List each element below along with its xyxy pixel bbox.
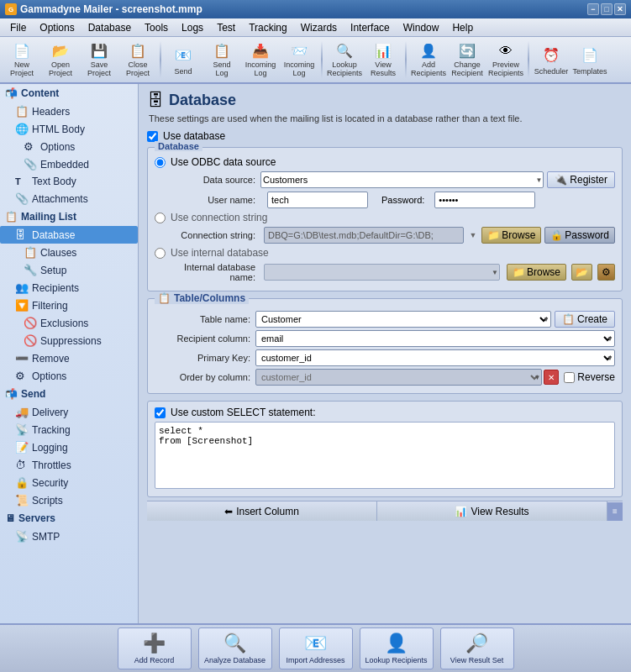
- recipient-col-select[interactable]: email: [255, 330, 615, 347]
- close-btn[interactable]: ✕: [614, 3, 626, 15]
- text-body-icon: T: [15, 176, 29, 186]
- sidebar-item-recipients[interactable]: 👥 Recipients: [0, 279, 138, 297]
- menu-test[interactable]: Test: [210, 18, 242, 36]
- database-label: Database: [32, 229, 75, 241]
- menu-options[interactable]: Options: [33, 18, 81, 36]
- view-results-content-btn[interactable]: 📊 View Results: [377, 501, 607, 521]
- remove-icon: ➖: [15, 352, 29, 365]
- sql-textarea[interactable]: select * from [Screenshot]: [155, 422, 615, 489]
- sidebar-item-scripts[interactable]: 📜 Scripts: [0, 491, 138, 509]
- register-btn[interactable]: 🔌 Register: [547, 171, 615, 188]
- username-input[interactable]: [267, 192, 368, 208]
- database-section-label: Database: [155, 141, 202, 151]
- sidebar-item-security[interactable]: 🔒 Security: [0, 474, 138, 491]
- templates-icon: 📄: [578, 44, 602, 67]
- content-section-label: Content: [21, 87, 59, 99]
- insert-column-btn[interactable]: ⬅ Insert Column: [147, 501, 377, 521]
- sidebar-item-smtp[interactable]: 📡 SMTP: [0, 528, 138, 545]
- sidebar-item-headers[interactable]: 📋 Headers: [0, 102, 138, 120]
- scheduler-btn[interactable]: ⏰ Scheduler: [533, 39, 570, 81]
- use-database-checkbox[interactable]: [147, 131, 158, 142]
- menu-window[interactable]: Window: [397, 18, 446, 36]
- username-password-row: User name: Password:: [168, 192, 615, 208]
- internal-folder-btn[interactable]: 📂: [571, 264, 592, 281]
- view-result-set-btn[interactable]: 🔎 View Result Set: [440, 627, 514, 669]
- sidebar-item-suppressions[interactable]: 🚫 Suppressions: [0, 332, 138, 349]
- sidebar-item-setup[interactable]: 🔧 Setup: [0, 261, 138, 279]
- open-project-btn[interactable]: 📂 OpenProject: [42, 39, 79, 81]
- expand-btn[interactable]: ≡: [607, 502, 623, 521]
- sidebar-item-clauses[interactable]: 📋 Clauses: [0, 244, 138, 261]
- sidebar-item-tracking[interactable]: 📡 Tracking: [0, 421, 138, 438]
- custom-select-label: Use custom SELECT statement:: [171, 407, 316, 418]
- save-project-btn[interactable]: 💾 SaveProject: [81, 39, 118, 81]
- data-source-select[interactable]: Customers: [260, 171, 544, 188]
- menu-bar: File Options Database Tools Logs Test Tr…: [0, 18, 631, 37]
- connection-string-input[interactable]: [264, 227, 464, 244]
- lookup-recipients-bottom-btn[interactable]: 👤 Lookup Recipients: [360, 627, 434, 669]
- create-btn[interactable]: 📋 Create: [555, 311, 615, 328]
- custom-select-checkbox[interactable]: [155, 407, 166, 418]
- new-project-btn[interactable]: 📄 NewProject: [3, 39, 40, 81]
- incoming-log2-btn[interactable]: 📨 IncomingLog: [281, 39, 318, 81]
- sidebar-item-logging[interactable]: 📝 Logging: [0, 438, 138, 456]
- add-recipients-btn[interactable]: 👤 AddRecipients: [410, 39, 447, 81]
- view-results-label: ViewResults: [371, 61, 396, 78]
- primary-key-select[interactable]: customer_id: [255, 349, 615, 366]
- sidebar-item-database[interactable]: 🗄 Database: [0, 226, 138, 244]
- connection-string-label: Connection string:: [168, 230, 260, 240]
- security-label: Security: [32, 477, 68, 489]
- order-by-select[interactable]: customer_id: [255, 369, 542, 386]
- scripts-icon: 📜: [15, 494, 29, 507]
- sidebar-item-html-body[interactable]: 🌐 HTML Body: [0, 120, 138, 138]
- reverse-checkbox[interactable]: [564, 372, 575, 383]
- lookup-recipients-label: LookupRecipients: [327, 61, 362, 78]
- table-section-icon: 📋: [158, 292, 171, 304]
- change-recipient-btn[interactable]: 🔄 ChangeRecipient: [449, 39, 486, 81]
- sidebar-item-embedded[interactable]: 📎 Embedded: [0, 155, 138, 173]
- internal-browse-btn[interactable]: 📁 Browse: [507, 264, 566, 281]
- lookup-recipients-btn[interactable]: 🔍 LookupRecipients: [326, 39, 363, 81]
- sidebar-item-ml-options[interactable]: ⚙ Options: [0, 367, 138, 385]
- incoming-log-btn[interactable]: 📥 IncomingLog: [242, 39, 279, 81]
- sidebar-item-filtering[interactable]: 🔽 Filtering: [0, 297, 138, 314]
- menu-help[interactable]: Help: [445, 18, 480, 36]
- menu-tools[interactable]: Tools: [138, 18, 175, 36]
- templates-btn[interactable]: 📄 Templates: [571, 39, 608, 81]
- cog-icon: ⚙: [602, 266, 611, 278]
- sidebar-item-text-body[interactable]: T Text Body: [0, 173, 138, 190]
- headers-icon: 📋: [15, 105, 29, 118]
- internal-radio[interactable]: [155, 248, 166, 259]
- sidebar-item-exclusions[interactable]: 🚫 Exclusions: [0, 314, 138, 332]
- send-log-btn[interactable]: 📋 SendLog: [203, 39, 240, 81]
- close-project-btn[interactable]: 📋 CloseProject: [119, 39, 156, 81]
- password-input[interactable]: [434, 192, 535, 208]
- sidebar-item-delivery[interactable]: 🚚 Delivery: [0, 403, 138, 421]
- menu-file[interactable]: File: [3, 18, 33, 36]
- sidebar-item-throttles[interactable]: ⏱ Throttles: [0, 456, 138, 474]
- menu-interface[interactable]: Interface: [344, 18, 397, 36]
- menu-logs[interactable]: Logs: [175, 18, 210, 36]
- order-by-clear-btn[interactable]: ✕: [544, 370, 559, 385]
- password-conn-btn[interactable]: 🔒 Password: [544, 227, 615, 244]
- analyze-database-btn[interactable]: 🔍 Analyze Database: [198, 627, 272, 669]
- internal-db-select[interactable]: [264, 264, 500, 281]
- sidebar-item-options[interactable]: ⚙ Options: [0, 138, 138, 155]
- send-btn[interactable]: 📧 Send: [165, 39, 202, 81]
- view-results-toolbar-btn[interactable]: 📊 ViewResults: [365, 39, 402, 81]
- table-name-select[interactable]: Customer: [255, 311, 551, 328]
- minimize-btn[interactable]: −: [587, 3, 599, 15]
- menu-tracking[interactable]: Tracking: [242, 18, 294, 36]
- add-record-btn[interactable]: ➕ Add Record: [118, 627, 192, 669]
- menu-wizards[interactable]: Wizards: [294, 18, 344, 36]
- maximize-btn[interactable]: □: [601, 3, 613, 15]
- import-addresses-btn[interactable]: 📧 Import Addresses: [279, 627, 353, 669]
- odbc-radio[interactable]: [155, 157, 166, 168]
- sidebar-item-attachments[interactable]: 📎 Attachments: [0, 190, 138, 207]
- browse-btn[interactable]: 📁 Browse: [481, 227, 541, 244]
- preview-recipients-btn[interactable]: 👁 PreviewRecipients: [487, 39, 524, 81]
- sidebar-item-remove[interactable]: ➖ Remove: [0, 349, 138, 367]
- internal-cog-btn[interactable]: ⚙: [597, 264, 615, 281]
- menu-database[interactable]: Database: [82, 18, 138, 36]
- connection-radio[interactable]: [155, 213, 166, 223]
